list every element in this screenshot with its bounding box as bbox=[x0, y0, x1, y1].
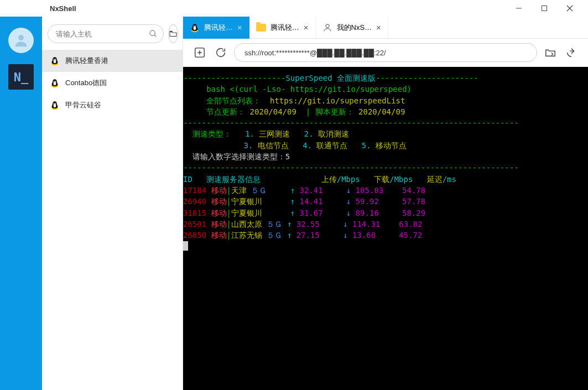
host-sidebar: 腾讯轻量香港Contabo德国甲骨云硅谷 bbox=[42, 17, 183, 390]
reload-button[interactable] bbox=[213, 45, 228, 60]
host-label: 腾讯轻量香港 bbox=[65, 56, 108, 66]
svg-point-26 bbox=[55, 103, 56, 104]
svg-rect-1 bbox=[542, 6, 547, 11]
search-input[interactable] bbox=[56, 30, 149, 38]
app-title: NxShell bbox=[50, 4, 506, 13]
activity-bar: N_ bbox=[0, 17, 42, 390]
svg-point-5 bbox=[150, 30, 155, 35]
main-area: 腾讯轻…×腾讯轻…×我的NxS…× ssh://root:***********… bbox=[183, 17, 588, 390]
linux-icon bbox=[190, 23, 200, 33]
avatar[interactable] bbox=[8, 28, 34, 53]
svg-point-13 bbox=[54, 59, 54, 60]
tab-close-icon[interactable]: × bbox=[237, 23, 242, 32]
toolbar: ssh://root:************@███.██.███.██:22… bbox=[183, 39, 588, 67]
title-bar: NxShell bbox=[0, 0, 588, 17]
tab-bar: 腾讯轻…×腾讯轻…×我的NxS…× bbox=[183, 17, 588, 39]
svg-point-4 bbox=[18, 35, 24, 40]
svg-point-25 bbox=[54, 103, 54, 104]
host-label: Contabo德国 bbox=[65, 78, 107, 88]
folder-icon bbox=[256, 23, 266, 33]
forward-button[interactable] bbox=[564, 45, 579, 60]
search-icon bbox=[149, 29, 158, 38]
host-item[interactable]: Contabo德国 bbox=[42, 72, 183, 94]
folder-open-icon bbox=[169, 29, 178, 38]
maximize-button[interactable] bbox=[532, 0, 557, 17]
tab-label: 我的NxS… bbox=[337, 23, 372, 33]
linux-icon bbox=[50, 100, 60, 110]
tab[interactable]: 我的NxS…× bbox=[316, 17, 388, 39]
tab[interactable]: 腾讯轻…× bbox=[249, 17, 316, 39]
address-bar[interactable]: ssh://root:************@███.██.███.██:22… bbox=[234, 43, 537, 62]
tab-label: 腾讯轻… bbox=[270, 23, 299, 33]
svg-point-19 bbox=[54, 81, 54, 82]
svg-point-32 bbox=[195, 25, 196, 26]
linux-icon bbox=[50, 78, 60, 88]
new-tab-button[interactable] bbox=[192, 45, 207, 60]
host-search[interactable] bbox=[48, 24, 164, 43]
terminal[interactable]: ----------------------SuperSpeed 全面测速版--… bbox=[183, 67, 588, 390]
sftp-button[interactable] bbox=[543, 45, 558, 60]
svg-line-6 bbox=[154, 35, 156, 37]
svg-point-33 bbox=[326, 24, 329, 28]
open-folder-button[interactable] bbox=[168, 24, 178, 43]
tab-close-icon[interactable]: × bbox=[304, 23, 309, 32]
close-button[interactable] bbox=[557, 0, 582, 17]
tab[interactable]: 腾讯轻…× bbox=[183, 17, 249, 39]
user-icon bbox=[322, 23, 332, 33]
minimize-button[interactable] bbox=[506, 0, 532, 17]
svg-point-31 bbox=[194, 25, 194, 26]
svg-point-20 bbox=[55, 81, 56, 82]
host-item[interactable]: 腾讯轻量香港 bbox=[42, 50, 183, 72]
host-item[interactable]: 甲骨云硅谷 bbox=[42, 94, 183, 116]
app-logo[interactable]: N_ bbox=[8, 64, 34, 90]
tab-label: 腾讯轻… bbox=[204, 23, 233, 33]
address-text: ssh://root:************@███.██.███.██:22… bbox=[244, 49, 386, 57]
host-label: 甲骨云硅谷 bbox=[65, 100, 101, 110]
linux-icon bbox=[50, 56, 60, 66]
tab-close-icon[interactable]: × bbox=[376, 23, 381, 32]
svg-point-14 bbox=[55, 59, 56, 60]
